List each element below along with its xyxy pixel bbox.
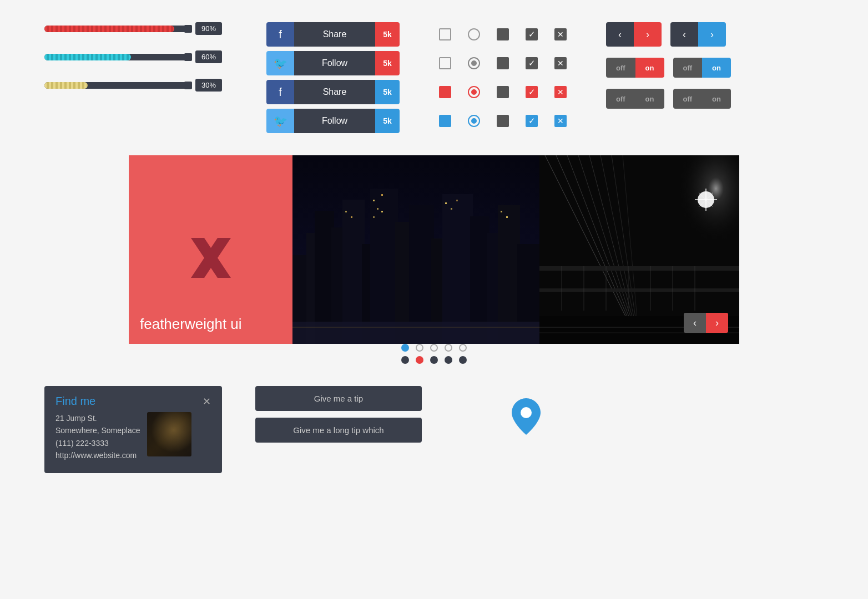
map-pin [511,397,538,430]
social-label-1: Share [294,22,375,47]
contact-title: Find me [55,395,95,408]
svg-rect-19 [381,194,383,196]
pagination-dot-top-1[interactable] [401,344,409,352]
slider-row-2: 60% [44,50,233,63]
contact-close-icon[interactable]: ✕ [203,395,211,408]
arrow-next-btn-2[interactable]: › [698,22,726,47]
tooltip-container: Give me a tip Give me a long tip which [255,386,477,443]
pagination-bottom-row [44,356,824,364]
checkbox-blue-1[interactable] [437,113,453,129]
checkbox-red-1[interactable] [437,84,453,100]
map-pin-section [511,386,538,430]
slider-track-2[interactable] [44,54,189,60]
toggle-off-label-1[interactable]: off [606,58,635,78]
slider-track-3[interactable] [44,82,189,89]
social-btn-fb-share-red[interactable]: f Share 5k [266,22,400,47]
toggle-off-label-3[interactable]: off [606,89,635,109]
carousel-title: featherweight ui [140,316,242,333]
facebook-icon-2: f [266,80,294,104]
toggle-red-on[interactable]: off on [606,58,664,78]
contact-header: Find me ✕ [44,386,222,412]
social-btn-tw-follow-red[interactable]: 🐦 Follow 5k [266,51,400,75]
social-btn-fb-share-blue[interactable]: f Share 5k [266,80,400,104]
arrow-next-btn-1[interactable]: › [634,22,662,47]
radio-unchecked-1[interactable] [466,27,482,42]
checkbox-red-check-1[interactable]: ✓ [524,84,539,100]
svg-rect-25 [451,208,452,210]
social-label-4: Follow [294,109,375,133]
checkbox-red-x-1[interactable]: ✕ [553,84,568,100]
contact-website: http://www.website.com [55,449,140,461]
pagination-dot-top-2[interactable] [416,344,423,352]
twitter-icon-1: 🐦 [266,51,294,75]
contact-body: 21 Jump St. Somewhere, Someplace (111) 2… [44,412,222,473]
checkbox-blue-check-1[interactable]: ✓ [524,113,539,129]
svg-rect-27 [501,211,502,212]
contact-address-2: Somewhere, Someplace [55,424,140,436]
carousel-nav: ‹ › [684,313,728,333]
pagination-dot-bottom-3[interactable] [430,356,438,364]
pagination-dot-bottom-2[interactable] [416,356,423,364]
pagination-dot-top-4[interactable] [445,344,452,352]
pagination-dot-bottom-1[interactable] [401,356,409,364]
toggle-blue-on[interactable]: off on [673,58,731,78]
social-count-4: 5k [375,109,400,133]
svg-rect-8 [370,189,398,344]
slider-track-1[interactable] [44,26,189,32]
checkbox-unchecked-1[interactable] [437,27,453,42]
checkbox-blue-x-1[interactable]: ✕ [553,113,568,129]
checkbox-unchecked-2[interactable] [437,55,453,71]
pagination-dot-top-3[interactable] [430,344,438,352]
arrow-toggle-section: ‹ › ‹ › off on off on [606,22,731,109]
arrow-pairs-row: ‹ › ‹ › [606,22,731,47]
map-pin-svg [511,397,542,436]
toggle-off-label-4[interactable]: off [673,89,703,109]
toggle-off-2[interactable]: off on [673,89,731,109]
pagination-dot-bottom-4[interactable] [445,356,452,364]
checkbox-dark-1[interactable] [495,27,511,42]
slider-handle-1[interactable] [184,25,192,33]
checkbox-dark-4[interactable] [495,113,511,129]
toggle-on-label-4[interactable]: on [702,89,731,109]
social-label-3: Share [294,80,375,104]
radio-blue-1[interactable] [466,113,482,129]
svg-point-58 [521,407,532,418]
svg-rect-17 [373,200,375,201]
checkbox-dark-x-2[interactable]: ✕ [553,55,568,71]
svg-rect-18 [377,208,379,210]
arrow-prev-btn-1[interactable]: ‹ [606,22,634,47]
social-btn-tw-follow-blue[interactable]: 🐦 Follow 5k [266,109,400,133]
carousel-prev-btn[interactable]: ‹ [684,313,706,333]
toggle-on-label-1[interactable]: on [635,58,664,78]
checkbox-dark-x-1[interactable]: ✕ [553,27,568,42]
slider-fill-2 [44,54,131,60]
radio-red-1[interactable] [466,84,482,100]
slider-handle-3[interactable] [184,82,192,89]
svg-rect-21 [381,211,383,212]
checkbox-dark-check-1[interactable]: ✓ [524,27,539,42]
carousel-logo-icon [178,225,244,299]
arrow-pair-blue: ‹ › [670,22,726,47]
bottom-row: Find me ✕ 21 Jump St. Somewhere, Somepla… [44,386,824,473]
carousel-city-image [292,155,539,344]
toggle-off-1[interactable]: off on [606,89,664,109]
pagination-dot-bottom-5[interactable] [459,356,467,364]
checkbox-dark-check-2[interactable]: ✓ [524,55,539,71]
contact-thumbnail [147,412,191,456]
toggle-on-label-2[interactable]: on [702,58,731,78]
carousel-next-btn[interactable]: › [706,313,728,333]
radio-dot-1[interactable] [466,55,482,71]
twitter-icon-2: 🐦 [266,109,294,133]
toggle-on-label-3[interactable]: on [635,89,664,109]
svg-rect-20 [373,216,375,218]
pagination-dot-top-5[interactable] [459,344,467,352]
checkbox-dark-2[interactable] [495,55,511,71]
svg-rect-22 [345,211,347,212]
tooltip-btn-1[interactable]: Give me a tip [255,386,422,411]
arrow-prev-btn-2[interactable]: ‹ [670,22,698,47]
tooltip-btn-2[interactable]: Give me a long tip which [255,418,422,443]
toggle-off-label-2[interactable]: off [673,58,703,78]
contact-text: 21 Jump St. Somewhere, Someplace (111) 2… [55,412,140,462]
checkbox-dark-3[interactable] [495,84,511,100]
slider-handle-2[interactable] [184,53,192,61]
